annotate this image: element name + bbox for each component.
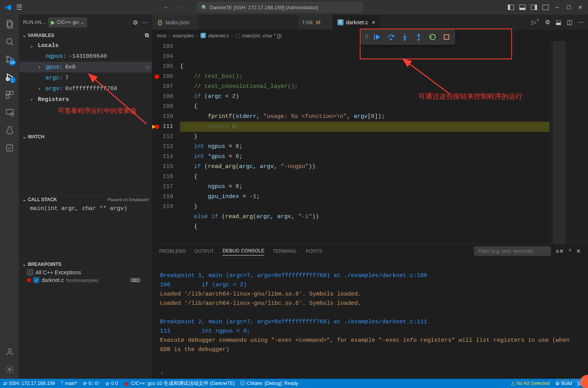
titlebar: ☰ ← → 🔍 DarkneTE [SSH: 172.17.168.159] [… (0, 0, 588, 15)
nav-back-icon[interactable]: ← (163, 3, 170, 12)
panel-tab-output[interactable]: OUTPUT (194, 247, 214, 255)
step-into-icon[interactable] (401, 33, 409, 41)
console-prompt[interactable]: › (152, 370, 588, 379)
continue-icon[interactable] (373, 33, 381, 41)
tab-darknet-c[interactable]: C darknet.c × (333, 15, 380, 30)
view-hex-icon[interactable]: ⬚ (146, 64, 149, 70)
svg-point-28 (418, 39, 420, 40)
command-center[interactable]: 🔍 DarkneTE [SSH: 172.17.168.159] [Admini… (197, 2, 363, 12)
extensions-icon[interactable] (4, 89, 15, 100)
debug-config-dropdown[interactable]: ▶ C/C++: gc‹ ⌄ (48, 17, 87, 27)
step-over-icon[interactable] (387, 33, 395, 41)
more-icon[interactable]: ⋯ (578, 18, 584, 26)
menu-icon[interactable]: ☰ (16, 3, 22, 12)
layout-custom-icon[interactable] (543, 5, 549, 10)
checkbox-checked[interactable]: ✓ (33, 277, 39, 283)
watermark: CSDN @jt00 (556, 378, 583, 383)
svg-point-13 (10, 113, 13, 116)
panel: PROBLEMS OUTPUT DEBUG CONSOLE TERMINAL P… (152, 244, 588, 379)
status-sync[interactable]: ⟳0↓ 0↑ (83, 381, 100, 386)
status-cmake[interactable]: ⓘCMake: [Debug]: Ready (240, 380, 298, 387)
svg-point-5 (6, 61, 8, 63)
var-ngpus[interactable]: ngpus: -1431069640 (19, 51, 152, 62)
close-panel-icon[interactable]: ✕ (576, 248, 581, 255)
panel-tab-debug-console[interactable]: DEBUG CONSOLE (222, 247, 265, 255)
debug-console-output[interactable]: Breakpoint 1, main (argc=7, argv=0xfffff… (152, 258, 588, 370)
status-nokit[interactable]: ⚠No Kit Selected (510, 381, 550, 386)
status-branch[interactable]: ᛘmain* (61, 381, 78, 386)
search-icon[interactable] (4, 36, 15, 47)
section-watch[interactable]: ⌄ WATCH (19, 133, 152, 141)
split-icon[interactable]: ◫ (567, 18, 573, 26)
bp-all-exceptions[interactable]: All C++ Exceptions (19, 269, 152, 276)
symbol-function-icon: ⬚ (235, 33, 240, 39)
save-icon[interactable]: ⬓ (556, 18, 561, 26)
sidebar-heading: RUN AN… (23, 20, 46, 25)
status-remote[interactable]: ⇄SSH: 172.17.168.159 (3, 381, 55, 386)
layout-bottom-icon[interactable] (519, 5, 526, 10)
scm-badge: 24 (9, 59, 15, 66)
annotation-vars: 可查看程序运行中的变量值 (19, 105, 152, 117)
layout-left-icon[interactable] (508, 5, 514, 10)
tab-fmk[interactable]: f.mk M (298, 15, 333, 30)
cmake-icon[interactable] (4, 143, 15, 153)
svg-rect-22 (374, 34, 375, 40)
var-gpus[interactable]: ›gpus: 0x0⬚ (19, 62, 152, 72)
panel-tab-ports[interactable]: PORTS (306, 247, 322, 255)
testing-icon[interactable] (4, 125, 15, 136)
scm-icon[interactable]: 24 (4, 54, 15, 65)
chevron-down-icon: ⌄ (22, 197, 26, 202)
run-dropdown-icon[interactable]: ▷˅ (532, 18, 539, 26)
status-task[interactable]: 🐞C/C++: gcc-10 生成和调试活动文件 (DarkneTE) (123, 380, 235, 387)
step-out-icon[interactable] (414, 33, 423, 41)
window-minimize-icon[interactable]: ─ (554, 4, 560, 10)
svg-point-16 (8, 349, 11, 352)
restart-icon[interactable] (428, 33, 437, 41)
activitybar: 24 1 (0, 15, 19, 379)
settings-gear-icon[interactable] (4, 364, 15, 375)
vscode-logo-icon (5, 4, 12, 11)
more-icon[interactable]: ⋯ (142, 19, 148, 26)
panel-tab-problems[interactable]: PROBLEMS (159, 247, 186, 255)
copy-icon[interactable]: ⧉ (145, 32, 149, 39)
stop-icon[interactable] (442, 33, 451, 41)
var-argv[interactable]: ›argv: 0xffffffffff768 (19, 83, 152, 94)
clear-icon[interactable]: ≡✕ (556, 248, 564, 255)
checkbox[interactable] (27, 269, 33, 275)
remote-explorer-icon[interactable] (4, 107, 15, 118)
minimap[interactable] (549, 41, 588, 244)
close-icon[interactable]: × (372, 19, 376, 25)
callstack-frame[interactable]: main(int argc, char ** argv) (19, 204, 152, 213)
gear-icon[interactable]: ⚙ (133, 19, 138, 26)
window-close-icon[interactable]: ✕ (577, 4, 583, 10)
var-argc[interactable]: argc: 7 (19, 72, 152, 83)
filter-input[interactable] (474, 246, 551, 256)
svg-rect-12 (6, 109, 13, 114)
window-maximize-icon[interactable]: ☐ (566, 4, 572, 10)
nav-forward-icon[interactable]: → (178, 3, 185, 12)
editor-area: 可通过这些按钮来控制程序的运行 {} tasks.json f.mk M C d… (152, 15, 588, 379)
panel-tab-terminal[interactable]: TERMINAL (273, 247, 297, 255)
layout-right-icon[interactable] (531, 5, 537, 10)
modified-indicator: M (316, 19, 320, 25)
section-variables[interactable]: ⌄ VARIABLES ⧉ (19, 30, 152, 40)
grip-icon[interactable]: ⠿ (365, 34, 367, 40)
status-problems[interactable]: ⊘0 0 (105, 381, 118, 386)
git-branch-icon: ᛘ (61, 381, 64, 386)
tab-tasks-json[interactable]: {} tasks.json (152, 15, 199, 30)
section-breakpoints[interactable]: ⌄ BREAKPOINTS (19, 260, 152, 269)
code-content[interactable]: { // test_box(); // test_convolutional_l… (180, 41, 549, 244)
code-editor[interactable]: 103 104105 106 107108109110 111 11211311… (152, 41, 588, 244)
bp-file-darknet[interactable]: ✓ darknet.c host/examples 111 (19, 276, 152, 284)
account-icon[interactable] (4, 346, 15, 357)
explorer-icon[interactable] (4, 18, 15, 29)
registers-node[interactable]: ›Registers (19, 94, 152, 105)
debug-toolbar[interactable]: ⠿ (361, 29, 455, 45)
run-debug-icon[interactable]: 1 (4, 72, 15, 82)
section-callstack[interactable]: ⌄ CALL STACK Paused on breakpoint (19, 195, 152, 204)
maximize-panel-icon[interactable]: ^ (569, 248, 571, 254)
locals-node[interactable]: ⌄Locals (19, 40, 152, 51)
bp-dot-icon (27, 278, 31, 282)
tabbar: {} tasks.json f.mk M C darknet.c × ▷˅ ⚙ … (152, 15, 588, 30)
gear-icon[interactable]: ⚙ (545, 18, 550, 26)
